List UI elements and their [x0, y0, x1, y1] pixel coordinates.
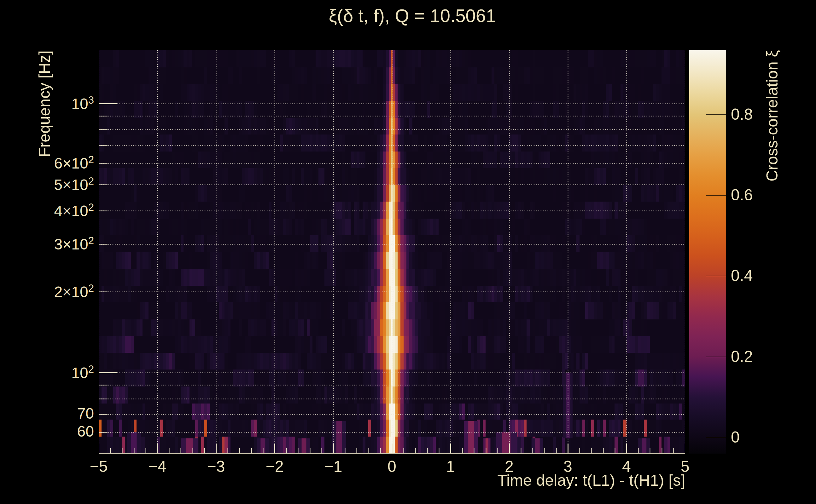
y-tick-label: 60 [3, 423, 94, 440]
colorbar-tick-label: 0.2 [731, 347, 753, 366]
x-tick-label: −5 [89, 457, 107, 476]
y-tick-label: 102 [3, 363, 94, 381]
colorbar-tick-mark [706, 195, 726, 196]
colorbar-tick-label: 0.8 [731, 105, 753, 123]
x-tick-label: 5 [681, 457, 690, 476]
x-tick-label: 3 [563, 457, 572, 476]
y-tick-label: 70 [3, 405, 94, 422]
x-tick-label: 4 [622, 457, 631, 476]
y-tick-label: 4×102 [3, 201, 94, 220]
y-tick-label: 6×102 [3, 154, 94, 172]
colorbar-tick-mark [706, 276, 726, 276]
x-tick-label: 1 [446, 457, 455, 476]
colorbar-tick-mark [706, 437, 726, 438]
y-tick-label: 103 [3, 94, 94, 112]
x-tick-label: −1 [324, 457, 342, 476]
y-tick-label: 2×102 [3, 282, 94, 301]
colorbar-tick-mark [706, 114, 726, 115]
y-tick-label: 3×102 [3, 235, 94, 253]
colorbar-title: Cross-correlation ξ [763, 50, 781, 181]
x-tick-label: −4 [148, 457, 166, 476]
x-axis-title: Time delay: t(L1) - t(H1) [s] [497, 471, 685, 490]
x-tick-label: 2 [505, 457, 514, 476]
colorbar-tick-label: 0.4 [731, 266, 753, 285]
colorbar-tick-label: 0 [731, 428, 740, 446]
x-tick-label: −2 [266, 457, 284, 476]
chart-title: ξ(δ t, f), Q = 10.5061 [329, 5, 496, 26]
y-tick-label: 5×102 [3, 175, 94, 193]
heatmap-plot-area [99, 50, 685, 454]
colorbar-tick-label: 0.6 [731, 186, 753, 204]
colorbar-gradient [689, 50, 726, 454]
x-tick-label: 0 [388, 457, 396, 476]
x-tick-label: −3 [207, 457, 225, 476]
figure: ξ(δ t, f), Q = 10.5061 Frequency [Hz] Ti… [0, 0, 816, 504]
colorbar-tick-mark [706, 357, 726, 357]
